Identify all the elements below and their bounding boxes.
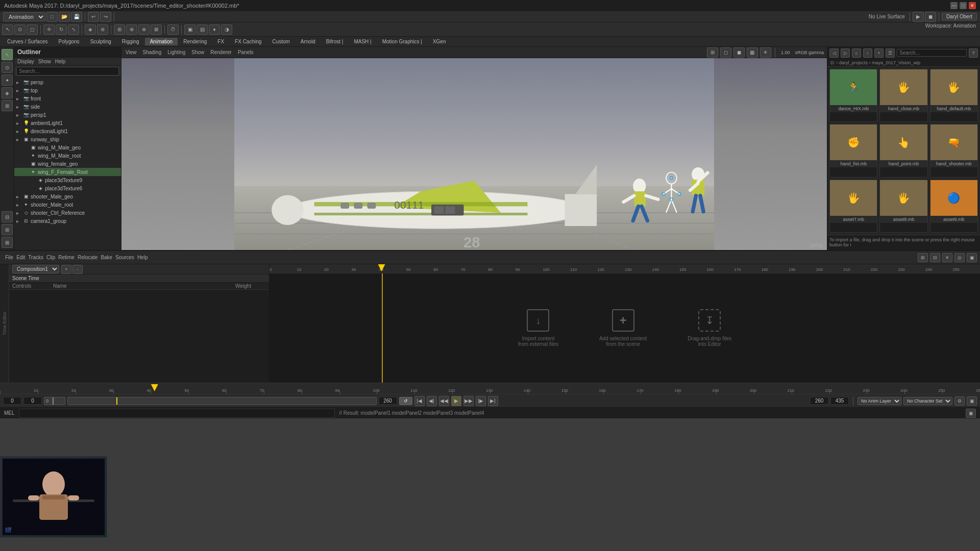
mel-input-area[interactable] (19, 409, 335, 418)
render-region[interactable]: ▣ (184, 24, 195, 35)
select-mode-btn[interactable]: ↖ (2, 49, 13, 60)
snap-surface[interactable]: ⊠ (151, 24, 162, 35)
tab-curves[interactable]: Curves / Surfaces (2, 38, 53, 45)
te-sources-menu[interactable]: Sources (115, 255, 134, 260)
vp-show-menu[interactable]: Show (189, 49, 206, 55)
render-preview[interactable]: ▤ (197, 24, 208, 35)
scale-tool[interactable]: ⤡ (68, 24, 79, 35)
outliner-display-menu[interactable]: Display (17, 59, 34, 64)
tab-mash[interactable]: MASH | (349, 38, 376, 45)
tree-expand-shooter_Ctrl_Reference[interactable]: ▸ (16, 210, 21, 216)
tab-rigging[interactable]: Rigging (117, 38, 144, 45)
icon-grid-medium[interactable]: ⊞ (2, 224, 13, 235)
tree-expand-top[interactable]: ▸ (16, 88, 21, 93)
asset-item-5[interactable]: 🔫hand_shooter.mb (930, 124, 978, 177)
asset-item-6[interactable]: 🖐asset7.mb (829, 180, 877, 233)
artisan-btn[interactable]: ✦ (2, 74, 13, 86)
snap-grid[interactable]: ⊞ (114, 24, 125, 35)
rp-new-folder-btn[interactable]: + (874, 48, 884, 58)
vp-smooth-btn[interactable]: ◼ (733, 47, 745, 58)
tree-expand-persp[interactable]: ▸ (16, 80, 21, 85)
transport-options-btn[interactable]: ▣ (967, 396, 977, 406)
tab-motiongraphics[interactable]: Motion Graphics | (377, 38, 427, 45)
cam-bookmark[interactable]: ♦ (209, 24, 220, 35)
play-fwd-btn[interactable]: ▶▶ (463, 396, 474, 406)
tab-xgen[interactable]: XGen (428, 38, 451, 45)
rp-up-btn[interactable]: ↑ (863, 48, 872, 58)
current-frame-input[interactable] (23, 397, 42, 405)
tab-fx[interactable]: FX (212, 38, 229, 45)
new-scene-btn[interactable]: □ (46, 12, 58, 22)
timeline-scrub[interactable] (67, 397, 377, 405)
vp-shading-menu[interactable]: Shading (141, 49, 164, 55)
tree-item-top[interactable]: ▸📷top (14, 86, 121, 94)
anim-layer-select[interactable]: No Anim Layer (857, 397, 901, 405)
sculpt-mode[interactable]: ◈ (2, 87, 13, 98)
mode-dropdown[interactable]: Animation (3, 12, 45, 21)
te-comp-del[interactable]: - (72, 265, 83, 274)
tab-bifrost[interactable]: Bifrost | (321, 38, 349, 45)
tree-expand-persp1[interactable]: ▸ (16, 112, 21, 118)
tree-item-shooter_male_geo[interactable]: ▸▣shooter_Male_geo (14, 192, 121, 201)
tree-item-wing_female_geo[interactable]: ▣wing_female_geo (14, 160, 121, 168)
outliner-show-menu[interactable]: Show (38, 59, 51, 64)
tree-item-wing_m_male_geo[interactable]: ▣wing_M_Male_geo (14, 143, 121, 152)
minimize-button[interactable]: — (950, 2, 958, 9)
tree-item-front[interactable]: ▸📷front (14, 94, 121, 103)
snap-curve[interactable]: ⊕ (126, 24, 137, 35)
tab-sculpting[interactable]: Sculpting (85, 38, 116, 45)
vp-renderer-menu[interactable]: Renderer (208, 49, 234, 55)
history-btn[interactable]: ⏱ (167, 24, 179, 35)
asset-item-0[interactable]: 🏃dance_HIX.mb (829, 69, 877, 122)
vp-panels-menu[interactable]: Panels (236, 49, 256, 55)
select-tool[interactable]: ↖ (2, 24, 13, 35)
tree-expand-side[interactable]: ▸ (16, 104, 21, 110)
te-drag-action[interactable]: ↧ Drag-and-drop filesinto Editor (688, 309, 731, 347)
undo-btn[interactable]: ↩ (88, 12, 99, 22)
te-retime-menu[interactable]: Retime (58, 255, 75, 260)
te-bake-menu[interactable]: Bake (101, 255, 112, 260)
open-btn[interactable]: 📂 (59, 12, 70, 22)
play-btn[interactable]: ▶ (451, 396, 461, 406)
go-start-btn[interactable]: |◀ (414, 396, 425, 406)
step-back-btn[interactable]: ◀| (427, 396, 437, 406)
play-back-btn[interactable]: ◀◀ (439, 396, 449, 406)
tree-item-side[interactable]: ▸📷side (14, 103, 121, 111)
tree-item-runway_ship[interactable]: ▸▣runway_ship (14, 135, 121, 143)
lasso-tool[interactable]: ⊙ (14, 24, 26, 35)
asset-item-1[interactable]: 🖐hand_close.mb (879, 69, 927, 122)
tree-item-ambientlight1[interactable]: ▸💡ambientLight1 (14, 119, 121, 127)
tree-expand-runway_ship[interactable]: ▸ (16, 137, 21, 142)
step-fwd-btn[interactable]: |▶ (476, 396, 486, 406)
soft-mod-tool[interactable]: ◈ (85, 24, 96, 35)
ipr-btn[interactable]: ◼ (925, 12, 936, 22)
te-tracks-menu[interactable]: Tracks (28, 255, 43, 260)
vp-lighting-menu[interactable]: Lighting (165, 49, 187, 55)
sculpt-tool[interactable]: ⊛ (97, 24, 108, 35)
te-delete-btn[interactable]: ✕ (942, 253, 952, 262)
te-mute-btn[interactable]: ◎ (954, 253, 965, 262)
rp-home-btn[interactable]: ⌂ (852, 48, 861, 58)
go-end-btn[interactable]: ▶| (488, 396, 498, 406)
silhouette-btn[interactable]: ◑ (221, 24, 232, 35)
tree-expand-ambientLight1[interactable]: ▸ (16, 120, 21, 126)
rp-options-btn[interactable]: ☰ (886, 48, 895, 58)
move-tool[interactable]: ✛ (43, 24, 55, 35)
tree-item-place3dtexture6[interactable]: ◈place3dTexture6 (14, 184, 121, 192)
vp-lights-btn[interactable]: ☀ (760, 47, 771, 58)
asset-item-3[interactable]: ✊hand_fist.mb (829, 124, 877, 177)
tree-item-camera1_group[interactable]: ▸⊟camera1_group (14, 217, 121, 225)
outliner-search-input[interactable] (16, 67, 119, 76)
maximize-button[interactable]: □ (960, 2, 967, 9)
te-comp-add[interactable]: + (61, 265, 71, 274)
tree-expand-camera1_group[interactable]: ▸ (16, 218, 21, 224)
te-group-btn[interactable]: ▣ (967, 253, 977, 262)
tree-item-persp[interactable]: ▸📷persp (14, 78, 121, 86)
range-end-input[interactable] (379, 397, 397, 405)
status-expand-btn[interactable]: ▣ (966, 409, 976, 418)
vp-texture-btn[interactable]: ▦ (747, 47, 758, 58)
save-btn[interactable]: 💾 (71, 12, 82, 22)
te-import-action[interactable]: ↓ Import contentfrom external files (518, 309, 558, 347)
char-set-select[interactable]: No Character Set (903, 397, 952, 405)
icon-grid-large[interactable]: ⊠ (2, 237, 13, 248)
